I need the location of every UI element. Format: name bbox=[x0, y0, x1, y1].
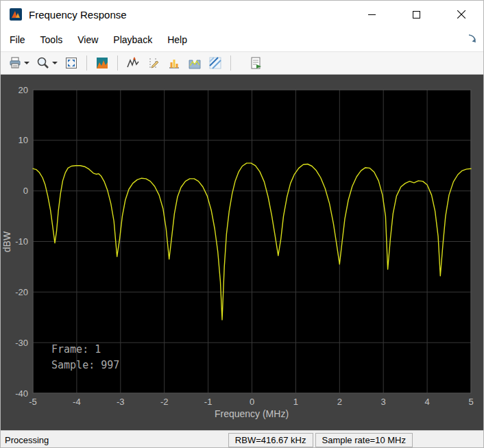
toolbar bbox=[1, 51, 483, 75]
report-button[interactable] bbox=[246, 53, 265, 73]
fit-to-view-button[interactable] bbox=[62, 53, 81, 73]
status-processing: Processing bbox=[1, 435, 228, 445]
print-button[interactable] bbox=[5, 53, 32, 73]
spectral-mask-button[interactable] bbox=[185, 53, 204, 73]
svg-text:0: 0 bbox=[250, 397, 254, 407]
spectrum-settings-button[interactable] bbox=[93, 53, 112, 73]
maximize-button[interactable] bbox=[394, 1, 439, 28]
cursor-measurements-button[interactable] bbox=[144, 53, 163, 73]
y-axis-label: dBW bbox=[1, 231, 12, 252]
svg-text:-40: -40 bbox=[15, 388, 28, 399]
svg-text:20: 20 bbox=[19, 85, 28, 95]
svg-text:5: 5 bbox=[468, 397, 473, 407]
frame-annotation: Frame: 1 bbox=[51, 343, 101, 356]
window-title: Frequency Response bbox=[29, 9, 127, 21]
minimize-icon bbox=[368, 11, 376, 18]
close-icon bbox=[457, 10, 465, 18]
svg-text:-1: -1 bbox=[204, 397, 213, 407]
peak-finder-icon bbox=[126, 56, 140, 70]
dock-button[interactable] bbox=[466, 33, 479, 45]
svg-text:0: 0 bbox=[23, 186, 28, 196]
fit-to-view-icon bbox=[64, 56, 78, 70]
spectrogram-icon bbox=[208, 56, 222, 70]
maximize-icon bbox=[413, 11, 420, 18]
app-logo-icon bbox=[10, 8, 22, 21]
plot-canvas[interactable]: -5-4-3-2-1012345-40-30-20-1001020 dBW Fr… bbox=[1, 75, 484, 430]
svg-text:2: 2 bbox=[337, 397, 342, 407]
dock-arrow-icon bbox=[466, 33, 479, 45]
rbw-field: RBW=416.67 kHz bbox=[228, 433, 313, 447]
sample-rate-field: Sample rate=10 MHz bbox=[315, 433, 413, 447]
spectrum-settings-icon bbox=[95, 56, 109, 70]
svg-text:1: 1 bbox=[293, 397, 298, 407]
menu-playback[interactable]: Playback bbox=[106, 30, 160, 49]
spectrogram-button[interactable] bbox=[206, 53, 225, 73]
statusbar: Processing RBW=416.67 kHz Sample rate=10… bbox=[1, 430, 483, 448]
svg-text:-5: -5 bbox=[29, 397, 37, 407]
close-button[interactable] bbox=[439, 1, 483, 28]
sample-annotation: Sample: 997 bbox=[51, 359, 119, 371]
menu-file[interactable]: File bbox=[2, 30, 33, 49]
svg-text:-4: -4 bbox=[73, 397, 81, 407]
svg-text:4: 4 bbox=[424, 397, 429, 407]
svg-text:-10: -10 bbox=[15, 236, 28, 247]
svg-text:-30: -30 bbox=[15, 338, 28, 348]
zoom-dropdown-caret-icon bbox=[52, 62, 58, 64]
signal-statistics-icon bbox=[167, 56, 181, 70]
menu-tools[interactable]: Tools bbox=[33, 30, 71, 49]
svg-text:3: 3 bbox=[381, 397, 386, 407]
x-axis-label: Frequency (MHz) bbox=[215, 408, 289, 419]
spectral-mask-icon bbox=[188, 56, 202, 70]
report-icon bbox=[249, 56, 263, 70]
svg-text:10: 10 bbox=[19, 135, 28, 145]
magnifier-icon bbox=[36, 56, 50, 70]
toolbar-separator bbox=[230, 55, 231, 71]
svg-text:-20: -20 bbox=[15, 287, 28, 297]
svg-text:-3: -3 bbox=[117, 397, 125, 407]
print-dropdown-caret-icon bbox=[24, 62, 29, 64]
spectrum-analyzer-window: Frequency Response File Tools View Playb… bbox=[0, 0, 484, 448]
printer-icon bbox=[8, 56, 22, 70]
toolbar-separator bbox=[86, 55, 87, 71]
cursor-measurements-icon bbox=[147, 56, 160, 70]
menu-help[interactable]: Help bbox=[160, 30, 195, 49]
figure-area: -5-4-3-2-1012345-40-30-20-1001020 dBW Fr… bbox=[1, 75, 483, 430]
zoom-button[interactable] bbox=[34, 53, 60, 73]
window-controls bbox=[350, 1, 483, 28]
minimize-button[interactable] bbox=[350, 1, 394, 28]
menu-view[interactable]: View bbox=[70, 30, 106, 49]
svg-text:-2: -2 bbox=[160, 397, 169, 407]
titlebar: Frequency Response bbox=[1, 1, 483, 28]
peak-finder-button[interactable] bbox=[123, 53, 143, 73]
menubar: File Tools View Playback Help bbox=[1, 28, 483, 51]
signal-statistics-button[interactable] bbox=[165, 53, 184, 73]
toolbar-separator bbox=[117, 55, 118, 71]
